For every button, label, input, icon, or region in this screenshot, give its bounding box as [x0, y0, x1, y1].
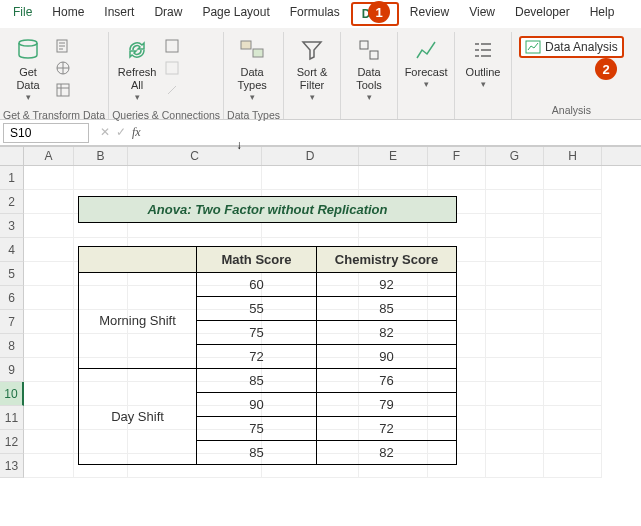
- group-data-types: Data Types Data Types: [224, 32, 284, 119]
- anova-table: Anova: Two Factor without Replication Ma…: [78, 196, 457, 465]
- forecast-button[interactable]: Forecast: [403, 34, 449, 92]
- table-header-blank: [79, 247, 197, 273]
- data-types-icon: [238, 36, 266, 64]
- menu-page-layout[interactable]: Page Layout: [193, 2, 278, 26]
- menu-file[interactable]: File: [4, 2, 41, 26]
- shift-label-day: Day Shift: [79, 369, 197, 465]
- row-head[interactable]: 1: [0, 166, 24, 190]
- cell[interactable]: 90: [317, 345, 457, 369]
- row-head[interactable]: 5: [0, 262, 24, 286]
- cancel-icon[interactable]: ✕: [100, 125, 110, 140]
- cell[interactable]: 85: [197, 369, 317, 393]
- col-head[interactable]: E: [359, 147, 428, 165]
- row-head[interactable]: 8: [0, 334, 24, 358]
- row-head[interactable]: 6: [0, 286, 24, 310]
- step-callout-1: 1: [368, 1, 390, 23]
- row-head[interactable]: 2: [0, 190, 24, 214]
- col-head[interactable]: D: [262, 147, 359, 165]
- outline-button[interactable]: Outline: [460, 34, 506, 92]
- row-head[interactable]: 11: [0, 406, 24, 430]
- col-head[interactable]: H: [544, 147, 602, 165]
- group-queries: Refresh All Queries & Connections: [109, 32, 224, 119]
- cell[interactable]: 75: [197, 417, 317, 441]
- group-label: [458, 114, 508, 119]
- fx-icon[interactable]: fx: [132, 125, 141, 140]
- row-head[interactable]: 13: [0, 454, 24, 478]
- shift-label-morning: Morning Shift: [79, 273, 197, 369]
- group-sort-filter: Sort & Filter: [284, 32, 341, 119]
- group-label: [401, 114, 451, 119]
- from-web-button[interactable]: [53, 58, 75, 78]
- menu-review[interactable]: Review: [401, 2, 458, 26]
- row-head[interactable]: 4: [0, 238, 24, 262]
- outline-label: Outline: [466, 66, 501, 79]
- resize-cursor-icon: ↓: [236, 138, 242, 152]
- sheet-body[interactable]: 1 2 3 4 5 6 7 8 9 10 11 12 13 Anova: Two…: [0, 166, 641, 478]
- sort-filter-button[interactable]: Sort & Filter: [289, 34, 335, 105]
- svg-rect-5: [166, 62, 178, 74]
- svg-rect-8: [360, 41, 368, 49]
- menu-insert[interactable]: Insert: [95, 2, 143, 26]
- cell[interactable]: 92: [317, 273, 457, 297]
- data-tools-button[interactable]: Data Tools: [346, 34, 392, 105]
- table-header-math: Math Score: [197, 247, 317, 273]
- col-head[interactable]: F: [428, 147, 486, 165]
- from-text-button[interactable]: [53, 36, 75, 56]
- enter-icon[interactable]: ✓: [116, 125, 126, 140]
- menu-formulas[interactable]: Formulas: [281, 2, 349, 26]
- row-head[interactable]: 7: [0, 310, 24, 334]
- cell[interactable]: 82: [317, 321, 457, 345]
- menu-developer[interactable]: Developer: [506, 2, 579, 26]
- data-analysis-button[interactable]: Data Analysis: [519, 36, 624, 58]
- menu-draw[interactable]: Draw: [145, 2, 191, 26]
- queries-button[interactable]: [162, 36, 184, 56]
- cell[interactable]: 76: [317, 369, 457, 393]
- cell[interactable]: 82: [317, 441, 457, 465]
- worksheet-grid: A B C D E F G H ↓ 1 2 3 4 5 6 7 8 9 10 1…: [0, 146, 641, 478]
- data-analysis-label: Data Analysis: [545, 40, 618, 54]
- svg-rect-4: [166, 40, 178, 52]
- from-table-button[interactable]: [53, 80, 75, 100]
- refresh-label: Refresh All: [118, 66, 157, 92]
- col-head[interactable]: G: [486, 147, 544, 165]
- menu-help[interactable]: Help: [581, 2, 624, 26]
- menu-view[interactable]: View: [460, 2, 504, 26]
- cell[interactable]: 90: [197, 393, 317, 417]
- cell[interactable]: 60: [197, 273, 317, 297]
- menu-bar: File Home Insert Draw Page Layout Formul…: [0, 0, 641, 28]
- formula-input[interactable]: [155, 124, 641, 142]
- svg-rect-7: [253, 49, 263, 57]
- funnel-icon: [298, 36, 326, 64]
- get-data-button[interactable]: Get Data: [5, 34, 51, 105]
- row-head[interactable]: 12: [0, 430, 24, 454]
- refresh-all-button[interactable]: Refresh All: [114, 34, 160, 105]
- properties-button[interactable]: [162, 58, 184, 78]
- cell[interactable]: 79: [317, 393, 457, 417]
- cell[interactable]: 72: [317, 417, 457, 441]
- forecast-label: Forecast: [405, 66, 448, 79]
- cell[interactable]: 85: [197, 441, 317, 465]
- data-tools-label: Data Tools: [356, 66, 382, 92]
- col-head[interactable]: B: [74, 147, 128, 165]
- group-label: [287, 114, 337, 119]
- tools-icon: [355, 36, 383, 64]
- get-data-label: Get Data: [16, 66, 39, 92]
- outline-icon: [469, 36, 497, 64]
- group-outline: Outline: [455, 32, 512, 119]
- row-head[interactable]: 3: [0, 214, 24, 238]
- row-head[interactable]: 10: [0, 382, 24, 406]
- data-types-button[interactable]: Data Types: [229, 34, 275, 105]
- svg-rect-3: [57, 84, 69, 96]
- name-box[interactable]: [3, 123, 89, 143]
- row-head[interactable]: 9: [0, 358, 24, 382]
- cell[interactable]: 72: [197, 345, 317, 369]
- group-label: Data Types: [227, 107, 280, 124]
- cell[interactable]: 75: [197, 321, 317, 345]
- cell[interactable]: 85: [317, 297, 457, 321]
- col-head[interactable]: A: [24, 147, 74, 165]
- cell[interactable]: 55: [197, 297, 317, 321]
- edit-links-button[interactable]: [162, 80, 184, 100]
- menu-home[interactable]: Home: [43, 2, 93, 26]
- group-data-tools: Data Tools: [341, 32, 398, 119]
- select-all-corner[interactable]: [0, 147, 24, 165]
